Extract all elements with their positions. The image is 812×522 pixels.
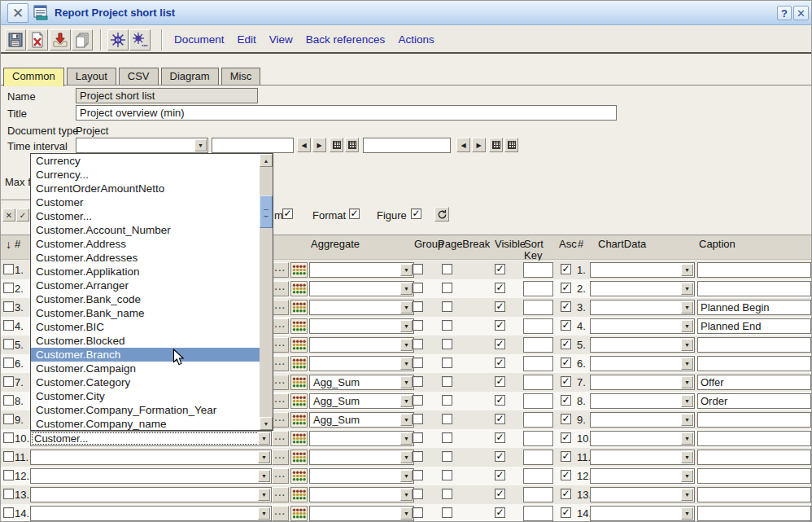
save-button[interactable]: [5, 29, 26, 50]
row-select-checkbox[interactable]: [3, 507, 14, 518]
dropdown-scrollbar[interactable]: ▲ ▼: [260, 154, 273, 430]
asc-checkbox[interactable]: [561, 339, 571, 349]
row-select-checkbox[interactable]: [3, 489, 14, 499]
row-select-checkbox[interactable]: [3, 451, 14, 462]
field-combobox[interactable]: Customer...▼: [30, 431, 272, 446]
row-select-checkbox[interactable]: [3, 339, 14, 349]
visible-checkbox[interactable]: [495, 451, 505, 462]
asc-checkbox[interactable]: [561, 395, 571, 406]
sortkey-input[interactable]: [523, 431, 553, 446]
chevron-down-icon[interactable]: ▼: [400, 320, 413, 332]
more-button[interactable]: ···: [272, 412, 289, 428]
dropdown-option[interactable]: Customer.BIC: [31, 320, 260, 334]
aggregate-combobox[interactable]: ▼: [309, 431, 414, 446]
chartdata-combobox[interactable]: ▼: [590, 281, 695, 296]
caption-input[interactable]: Planned Begin: [697, 300, 811, 315]
chartdata-combobox[interactable]: ▼: [590, 468, 695, 484]
checkin-button[interactable]: [50, 29, 71, 50]
dropdown-option[interactable]: Customer.Bank_name: [31, 306, 260, 320]
chevron-down-icon[interactable]: ▼: [400, 339, 413, 351]
figure-checkbox[interactable]: [411, 208, 421, 219]
name-input[interactable]: Project short list: [76, 88, 258, 103]
aggregate-combobox[interactable]: ▼: [309, 262, 414, 278]
pagebreak-checkbox[interactable]: [442, 320, 452, 331]
chartdata-combobox[interactable]: ▼: [590, 337, 695, 353]
group-checkbox[interactable]: [413, 376, 423, 387]
caption-input[interactable]: [697, 506, 811, 521]
more-button[interactable]: ···: [272, 262, 289, 278]
next-interval-button[interactable]: ▶: [472, 138, 486, 152]
asc-checkbox[interactable]: [561, 414, 571, 424]
dropdown-option[interactable]: Customer.Account_Number: [31, 223, 260, 237]
caption-input[interactable]: [697, 450, 811, 465]
more-button[interactable]: ···: [272, 431, 289, 446]
sortkey-input[interactable]: [523, 337, 553, 353]
more-button[interactable]: ···: [272, 487, 289, 502]
aggregate-combobox[interactable]: ▼: [309, 468, 414, 484]
aggregate-combobox[interactable]: ▼: [309, 450, 414, 465]
sortkey-input[interactable]: [523, 412, 553, 428]
chartdata-combobox[interactable]: ▼: [590, 487, 695, 502]
field-combobox[interactable]: ▼: [30, 450, 272, 465]
color-matrix-button[interactable]: [290, 337, 308, 353]
chevron-down-icon[interactable]: ▼: [400, 451, 413, 463]
dropdown-option[interactable]: Customer.Category: [31, 375, 260, 389]
visible-checkbox[interactable]: [495, 489, 505, 499]
more-button[interactable]: ···: [272, 450, 289, 465]
calendar-button[interactable]: [504, 138, 518, 152]
field-combobox[interactable]: ▼: [30, 487, 272, 502]
chevron-down-icon[interactable]: ▼: [258, 432, 270, 445]
caption-input[interactable]: Offer: [697, 375, 811, 390]
aggregate-combobox[interactable]: ▼: [309, 487, 414, 502]
color-matrix-button[interactable]: [290, 375, 308, 390]
asc-checkbox[interactable]: [561, 301, 571, 312]
color-matrix-button[interactable]: [290, 506, 308, 521]
group-checkbox[interactable]: [413, 264, 423, 274]
sort-order-icon[interactable]: ↓: [6, 238, 11, 251]
caption-input[interactable]: Planned End: [697, 318, 811, 334]
field-combobox[interactable]: ▼: [30, 468, 272, 484]
menu-item-actions[interactable]: Actions: [398, 33, 434, 46]
aggregate-combobox[interactable]: ▼: [309, 337, 414, 353]
chevron-down-icon[interactable]: ▼: [681, 395, 693, 407]
aggregate-combobox[interactable]: ▼: [309, 506, 414, 521]
dropdown-option[interactable]: Currency: [31, 154, 260, 168]
chevron-down-icon[interactable]: ▼: [400, 301, 413, 314]
row-select-checkbox[interactable]: [3, 264, 14, 274]
sortkey-input[interactable]: [523, 356, 553, 371]
menu-item-back-references[interactable]: Back references: [306, 33, 386, 46]
asc-checkbox[interactable]: [561, 489, 571, 499]
pagebreak-checkbox[interactable]: [442, 376, 452, 387]
chevron-down-icon[interactable]: ▼: [258, 489, 270, 501]
caption-input[interactable]: [697, 487, 811, 502]
row-select-checkbox[interactable]: [3, 395, 14, 406]
scroll-up-icon[interactable]: ▲: [260, 154, 273, 167]
time-from-input[interactable]: [212, 138, 294, 153]
visible-checkbox[interactable]: [495, 320, 505, 331]
menu-item-view[interactable]: View: [269, 33, 293, 46]
deselect-all-button[interactable]: ✕: [2, 208, 15, 222]
chevron-down-icon[interactable]: ▼: [681, 283, 693, 295]
visible-checkbox[interactable]: [495, 301, 505, 312]
chevron-down-icon[interactable]: ▼: [400, 264, 413, 276]
more-button[interactable]: ···: [272, 356, 289, 371]
sortkey-input[interactable]: [523, 468, 553, 484]
chevron-down-icon[interactable]: ▼: [400, 414, 413, 426]
dropdown-option[interactable]: Customer.Arranger: [31, 279, 260, 292]
more-button[interactable]: ···: [272, 468, 289, 484]
tab-misc[interactable]: Misc: [221, 68, 261, 85]
more-button[interactable]: ···: [272, 337, 289, 353]
dropdown-option[interactable]: Customer...: [31, 209, 260, 223]
group-checkbox[interactable]: [413, 395, 423, 406]
caption-input[interactable]: [697, 431, 811, 446]
aggregate-combobox[interactable]: Agg_Sum▼: [309, 375, 414, 390]
sortkey-input[interactable]: [523, 300, 553, 315]
dropdown-option[interactable]: Customer.Bank_code: [31, 292, 260, 306]
visible-checkbox[interactable]: [495, 414, 505, 424]
sortkey-input[interactable]: [523, 450, 553, 465]
color-matrix-button[interactable]: [290, 450, 308, 465]
asc-checkbox[interactable]: [561, 451, 571, 462]
visible-checkbox[interactable]: [495, 264, 505, 274]
chartdata-combobox[interactable]: ▼: [590, 450, 695, 465]
row-select-checkbox[interactable]: [3, 283, 14, 293]
